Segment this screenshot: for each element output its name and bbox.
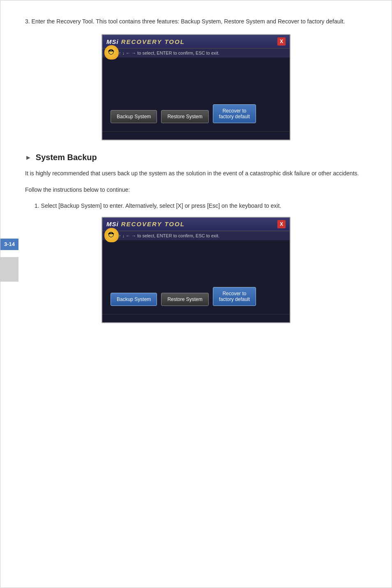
sc-footer-2: [102, 314, 290, 322]
step1-num: [25, 201, 32, 210]
title-logo-1: MSi Recovery Tool: [106, 38, 185, 45]
page-tab: 3-14: [0, 239, 18, 250]
close-button-1[interactable]: X: [277, 37, 286, 46]
helmet-icon-2: ⛑: [104, 228, 119, 242]
msi-logo-2: MSi: [106, 220, 119, 227]
section-heading: ► System Backup: [25, 153, 367, 162]
close-button-2[interactable]: X: [277, 220, 286, 228]
screenshot-2: MSi Recovery Tool X ⛑ ↑ ↓ ← → to select,…: [101, 217, 291, 323]
restore-system-btn-1[interactable]: Restore System: [161, 110, 208, 123]
screenshot-1: MSi Recovery Tool X ⛑ ↑ ↓ ← → to select,…: [101, 34, 291, 140]
recovery-tool-title-2: Recovery Tool: [121, 220, 185, 227]
msi-logo-1: MSi: [106, 38, 119, 45]
sc-footer-1: [102, 131, 290, 140]
backup-system-btn-2[interactable]: Backup System: [111, 293, 157, 306]
subtitle-text-1: ↑ ↓ ← → to select, ENTER to confirm, ESC…: [119, 51, 219, 55]
recovery-tool-title-1: Recovery Tool: [121, 38, 185, 45]
subtitle-bar-2: ⛑ ↑ ↓ ← → to select, ENTER to confirm, E…: [102, 231, 290, 240]
side-bar: [0, 257, 18, 282]
recover-factory-btn-1[interactable]: Recover tofactory default: [213, 104, 256, 123]
titlebar-2: MSi Recovery Tool X: [102, 218, 290, 231]
step1-item: 1. Select [Backup System] to enter. Alte…: [25, 201, 367, 210]
helmet-icon-1: ⛑: [104, 45, 119, 60]
titlebar-1: MSi Recovery Tool X: [102, 35, 290, 48]
step1-text: 1. Select [Backup System] to enter. Alte…: [35, 201, 281, 210]
restore-system-btn-2[interactable]: Restore System: [161, 293, 208, 306]
section-title: System Backup: [36, 153, 97, 162]
step3-text: 3. Enter the Recovery Tool. This tool co…: [25, 17, 367, 26]
subtitle-text-2: ↑ ↓ ← → to select, ENTER to confirm, ESC…: [119, 233, 219, 238]
arrow-icon: ►: [25, 154, 32, 161]
title-logo-2: MSi Recovery Tool: [106, 220, 185, 227]
body-text-1: It is highly recommended that users back…: [25, 169, 367, 179]
subtitle-bar-1: ⛑ ↑ ↓ ← → to select, ENTER to confirm, E…: [102, 48, 290, 57]
recover-factory-btn-2[interactable]: Recover tofactory default: [213, 287, 256, 306]
backup-system-btn-1[interactable]: Backup System: [111, 110, 157, 123]
sc-body-2: Backup System Restore System Recover tof…: [102, 240, 290, 314]
page-wrapper: 3-14 3. Enter the Recovery Tool. This to…: [0, 0, 392, 588]
follow-text: Follow the instructions below to continu…: [25, 185, 367, 194]
sc-body-1: Backup System Restore System Recover tof…: [102, 57, 290, 131]
